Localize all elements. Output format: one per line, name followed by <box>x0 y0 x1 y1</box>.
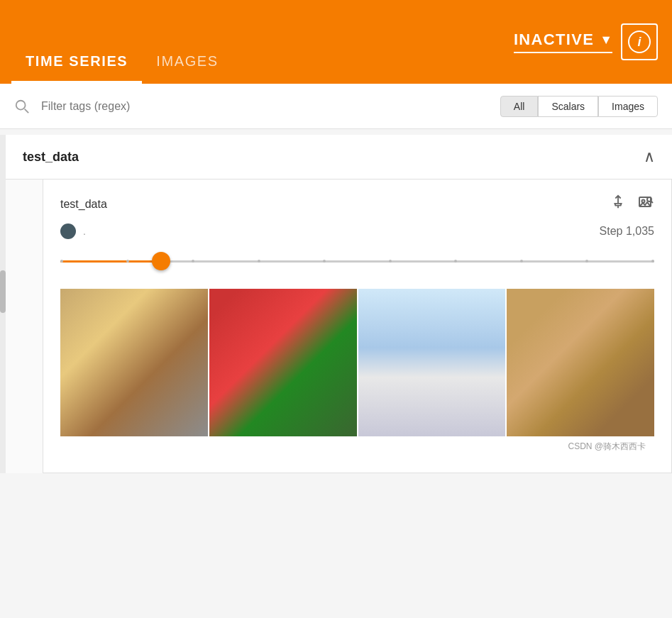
step-row: . Step 1,035 <box>60 224 654 239</box>
svg-point-3 <box>642 200 645 203</box>
pin-icon[interactable] <box>610 194 626 214</box>
status-dropdown[interactable]: INACTIVE ▼ <box>514 31 612 53</box>
tick <box>60 260 63 263</box>
tick <box>651 260 654 263</box>
step-color-dot <box>60 224 76 239</box>
data-card: test_data <box>43 180 672 473</box>
image-dog[interactable] <box>507 289 654 436</box>
info-button[interactable]: i <box>621 23 658 60</box>
watermark: CSDN @骑木西西卡 <box>60 436 654 456</box>
card-title: test_data <box>60 198 107 211</box>
filter-images-button[interactable]: Images <box>598 96 658 117</box>
svg-point-4 <box>647 197 651 202</box>
section-header: test_data ∧ <box>6 135 672 180</box>
left-scrollbar[interactable] <box>0 135 6 473</box>
status-label: INACTIVE <box>514 31 594 49</box>
header-right: INACTIVE ▼ i <box>500 0 672 84</box>
tick <box>323 260 326 263</box>
image-search-icon[interactable] <box>637 194 654 215</box>
slider-container[interactable] <box>60 250 654 272</box>
images-grid <box>60 289 654 436</box>
tab-images[interactable]: IMAGES <box>142 42 232 84</box>
scrollbar-thumb[interactable] <box>0 270 6 313</box>
search-icon <box>14 99 30 114</box>
filter-input[interactable] <box>41 100 489 113</box>
filter-buttons: All Scalars Images <box>500 96 658 117</box>
card-header: test_data <box>60 194 654 215</box>
image-airplane[interactable] <box>358 289 506 436</box>
tick <box>258 260 260 263</box>
tick <box>585 260 588 263</box>
filter-bar: All Scalars Images <box>0 84 672 129</box>
tab-timeseries[interactable]: TIME SERIES <box>11 42 142 84</box>
section-title: test_data <box>23 150 79 165</box>
card-icons <box>610 194 654 215</box>
svg-line-1 <box>25 109 28 113</box>
step-value: Step 1,035 <box>600 225 654 238</box>
slider-ticks <box>60 260 654 263</box>
filter-scalars-button[interactable]: Scalars <box>538 96 598 117</box>
svg-point-0 <box>16 100 26 109</box>
image-car-gold[interactable] <box>60 289 208 436</box>
image-car-red[interactable] <box>209 289 357 436</box>
step-dot-label: . <box>83 226 86 237</box>
tick <box>520 260 523 263</box>
app-header: TIME SERIES IMAGES INACTIVE ▼ i <box>0 0 672 84</box>
tick <box>126 260 129 263</box>
info-icon: i <box>628 31 651 53</box>
tick <box>192 260 194 263</box>
filter-all-button[interactable]: All <box>500 96 539 117</box>
dropdown-arrow-icon: ▼ <box>600 33 612 48</box>
tick <box>389 260 392 263</box>
tick <box>454 260 457 263</box>
main-content: test_data ∧ test_data <box>0 135 672 473</box>
header-tabs: TIME SERIES IMAGES <box>0 0 500 84</box>
collapse-icon[interactable]: ∧ <box>644 148 655 166</box>
